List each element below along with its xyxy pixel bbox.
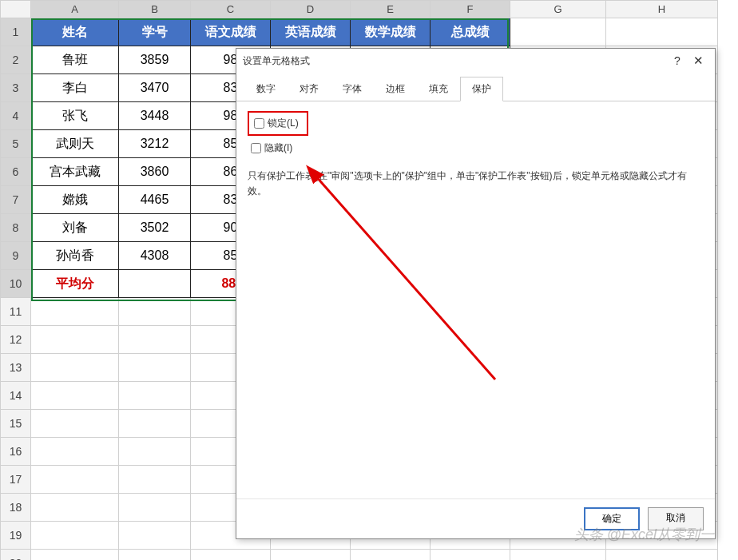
- cell[interactable]: [31, 438, 119, 466]
- row-header[interactable]: 18: [1, 494, 31, 522]
- dialog-titlebar: 设置单元格格式 ? ✕: [236, 49, 715, 73]
- cell[interactable]: [606, 550, 718, 561]
- cell[interactable]: [31, 466, 119, 494]
- cell[interactable]: [31, 522, 119, 550]
- cell[interactable]: 3212: [119, 130, 191, 158]
- row-header[interactable]: 7: [1, 186, 31, 214]
- cell[interactable]: [31, 550, 119, 561]
- row-header[interactable]: 17: [1, 466, 31, 494]
- help-button[interactable]: ?: [667, 54, 688, 67]
- tab-fill[interactable]: 填充: [417, 77, 460, 101]
- cell[interactable]: 鲁班: [31, 46, 119, 74]
- cell[interactable]: [119, 494, 191, 522]
- close-button[interactable]: ✕: [688, 54, 708, 68]
- row-header[interactable]: 12: [1, 326, 31, 354]
- cell[interactable]: [191, 550, 271, 561]
- cell[interactable]: 英语成绩: [271, 18, 351, 46]
- dialog-tabs: 数字 对齐 字体 边框 填充 保护: [236, 73, 715, 101]
- col-header-H[interactable]: H: [606, 1, 718, 18]
- cell[interactable]: 孙尚香: [31, 242, 119, 270]
- cell[interactable]: [31, 298, 119, 326]
- row-header[interactable]: 20: [1, 550, 31, 561]
- cell[interactable]: [31, 354, 119, 382]
- row-header[interactable]: 19: [1, 522, 31, 550]
- cell[interactable]: [119, 550, 191, 561]
- cell[interactable]: 张飞: [31, 102, 119, 130]
- dialog-title: 设置单元格格式: [243, 54, 667, 68]
- cell[interactable]: [430, 550, 510, 561]
- cell[interactable]: 4465: [119, 186, 191, 214]
- col-header-G[interactable]: G: [510, 1, 606, 18]
- row-header[interactable]: 6: [1, 158, 31, 186]
- format-cells-dialog: 设置单元格格式 ? ✕ 数字 对齐 字体 边框 填充 保护 锁定(L) 隐藏(I…: [236, 48, 716, 539]
- cell[interactable]: [119, 270, 191, 298]
- cell[interactable]: [510, 550, 606, 561]
- col-header-C[interactable]: C: [191, 1, 271, 18]
- cell[interactable]: 学号: [119, 18, 191, 46]
- cell[interactable]: 3448: [119, 102, 191, 130]
- hide-checkbox[interactable]: [251, 143, 261, 153]
- cell[interactable]: [31, 410, 119, 438]
- row-header[interactable]: 11: [1, 298, 31, 326]
- cell[interactable]: [31, 326, 119, 354]
- cell[interactable]: [351, 550, 430, 561]
- cell[interactable]: 3470: [119, 74, 191, 102]
- cell[interactable]: 刘备: [31, 214, 119, 242]
- cell[interactable]: 平均分: [31, 270, 119, 298]
- cell[interactable]: 嫦娥: [31, 186, 119, 214]
- col-header-A[interactable]: A: [31, 1, 119, 18]
- row-header[interactable]: 3: [1, 74, 31, 102]
- cell[interactable]: 总成绩: [430, 18, 510, 46]
- cell[interactable]: [119, 354, 191, 382]
- cell[interactable]: [119, 298, 191, 326]
- row-header[interactable]: 14: [1, 382, 31, 410]
- row-header[interactable]: 5: [1, 130, 31, 158]
- cell[interactable]: 3859: [119, 46, 191, 74]
- row-header[interactable]: 2: [1, 46, 31, 74]
- tab-font[interactable]: 字体: [331, 77, 374, 101]
- row-header[interactable]: 16: [1, 438, 31, 466]
- cell[interactable]: 数学成绩: [351, 18, 430, 46]
- lock-option-highlight: 锁定(L): [248, 111, 308, 136]
- cell[interactable]: [271, 550, 351, 561]
- cell[interactable]: [31, 494, 119, 522]
- tab-border[interactable]: 边框: [374, 77, 417, 101]
- cell[interactable]: 宫本武藏: [31, 158, 119, 186]
- tab-number[interactable]: 数字: [244, 77, 288, 101]
- col-header-E[interactable]: E: [351, 1, 430, 18]
- row-header[interactable]: 4: [1, 102, 31, 130]
- cell[interactable]: [606, 18, 718, 46]
- cell[interactable]: 武则天: [31, 130, 119, 158]
- row-header[interactable]: 15: [1, 410, 31, 438]
- row-header[interactable]: 10: [1, 270, 31, 298]
- cell[interactable]: 4308: [119, 242, 191, 270]
- select-all-corner[interactable]: [1, 1, 31, 18]
- cell[interactable]: 3860: [119, 158, 191, 186]
- cell[interactable]: [119, 326, 191, 354]
- tab-alignment[interactable]: 对齐: [288, 77, 331, 101]
- cell[interactable]: [119, 410, 191, 438]
- cancel-button[interactable]: 取消: [648, 507, 704, 530]
- protection-note: 只有保护工作表(在"审阅"选项卡上的"保护"组中，单击"保护工作表"按钮)后，锁…: [248, 169, 704, 199]
- cell[interactable]: 姓名: [31, 18, 119, 46]
- col-header-F[interactable]: F: [430, 1, 510, 18]
- hide-label: 隐藏(I): [264, 141, 292, 155]
- row-header[interactable]: 9: [1, 242, 31, 270]
- row-header[interactable]: 8: [1, 214, 31, 242]
- lock-checkbox[interactable]: [254, 118, 264, 129]
- cell[interactable]: [119, 438, 191, 466]
- cell[interactable]: [31, 382, 119, 410]
- cell[interactable]: [119, 382, 191, 410]
- row-header[interactable]: 13: [1, 354, 31, 382]
- cell[interactable]: 语文成绩: [191, 18, 271, 46]
- ok-button[interactable]: 确定: [584, 507, 640, 530]
- cell[interactable]: [510, 18, 606, 46]
- cell[interactable]: [119, 522, 191, 550]
- tab-protection[interactable]: 保护: [460, 77, 503, 101]
- col-header-D[interactable]: D: [271, 1, 351, 18]
- col-header-B[interactable]: B: [119, 1, 191, 18]
- cell[interactable]: [119, 466, 191, 494]
- cell[interactable]: 李白: [31, 74, 119, 102]
- cell[interactable]: 3502: [119, 214, 191, 242]
- row-header[interactable]: 1: [1, 18, 31, 46]
